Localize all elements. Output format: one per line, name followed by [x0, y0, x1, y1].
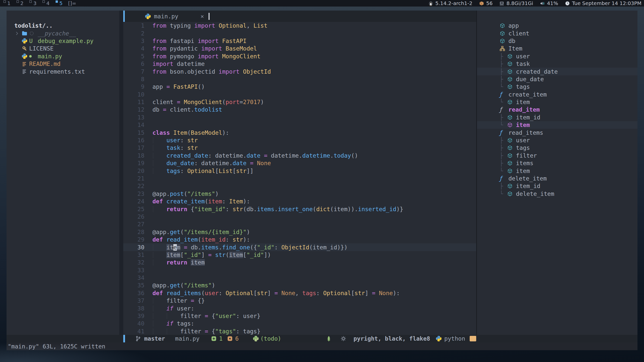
code-line-10[interactable]: 10: [123, 91, 476, 98]
code-text: db = client.todolist: [152, 106, 222, 113]
tab-main-py[interactable]: main.py ×: [145, 13, 204, 20]
code-line-9[interactable]: 9app = FastAPI(): [123, 83, 476, 90]
tree-item--pycache-[interactable]: __pycache__: [7, 29, 119, 37]
symbol-item_id[interactable]: ├item_id: [477, 182, 637, 190]
code-line-36[interactable]: 36def read_items(user: Optional[str] = N…: [123, 289, 476, 297]
symbol-Item[interactable]: Item: [477, 45, 637, 52]
symbol-tags[interactable]: ├tags: [477, 144, 637, 152]
code-line-6[interactable]: 6import datetime: [123, 60, 476, 68]
treesitter-icon: [326, 336, 332, 342]
panel-separator-left[interactable]: [119, 11, 123, 335]
terminal-cursor: [209, 13, 210, 20]
code-line-41[interactable]: 41 filter = {"tags": tags}: [123, 328, 476, 335]
symbol-item[interactable]: └item: [477, 167, 637, 174]
code-line-5[interactable]: 5from pymongo import MongoClient: [123, 53, 476, 60]
workspace-button-2[interactable]: 2: [17, 0, 24, 6]
code-area[interactable]: 1from typing import Optional, List23from…: [123, 22, 476, 335]
code-line-33[interactable]: 33: [123, 266, 476, 274]
code-line-34[interactable]: 34: [123, 274, 476, 282]
code-line-28[interactable]: 28@app.get("/items/{item_id}"): [123, 228, 476, 236]
code-line-1[interactable]: 1from typing import Optional, List: [123, 22, 476, 29]
code-line-25[interactable]: 25 return {"item_id": str(db.items.inser…: [123, 205, 476, 213]
code-line-2[interactable]: 2: [123, 29, 476, 37]
code-line-40[interactable]: 40 if tags:: [123, 320, 476, 327]
symbol-item[interactable]: └item: [477, 98, 637, 106]
tree-connector: └: [500, 191, 507, 197]
symbol-read_item[interactable]: ƒread_item: [477, 106, 637, 113]
line-number: 8: [123, 76, 152, 82]
code-line-27[interactable]: 27: [123, 220, 476, 228]
tab-close-icon[interactable]: ×: [200, 13, 204, 20]
symbol-app[interactable]: app: [477, 22, 637, 29]
code-line-21[interactable]: 21: [123, 175, 476, 182]
code-line-24[interactable]: 24def create_item(item: Item):: [123, 198, 476, 205]
code-line-23[interactable]: 23@app.post("/items"): [123, 190, 476, 198]
symbol-delete_item[interactable]: ƒdelete_item: [477, 175, 637, 182]
chevron-right-icon[interactable]: [14, 31, 22, 36]
code-line-32[interactable]: 32 return item: [123, 259, 476, 266]
cube-icon: [507, 138, 516, 143]
code-line-14[interactable]: 14: [123, 121, 476, 129]
tree-item-license[interactable]: LICENSE: [7, 45, 119, 52]
code-line-31[interactable]: 31 item["_id"] = str(item["_id"]): [123, 251, 476, 259]
symbol-created_date[interactable]: ├created_date: [477, 68, 637, 75]
git-added-icon: [211, 336, 217, 341]
symbol-user[interactable]: ├user: [477, 137, 637, 144]
line-number: 31: [123, 252, 152, 258]
code-line-13[interactable]: 13: [123, 114, 476, 121]
symbol-item[interactable]: └item: [477, 121, 637, 129]
code-line-38[interactable]: 38 if user:: [123, 304, 476, 312]
code-line-39[interactable]: 39 filter = {"user": user}: [123, 312, 476, 320]
symbol-task[interactable]: ├task: [477, 60, 637, 68]
code-line-30[interactable]: 30 item = db.items.find_one({"_id": Obje…: [123, 243, 476, 251]
code-line-8[interactable]: 8: [123, 75, 476, 83]
code-line-20[interactable]: 20 tags: Optional[List[str]]: [123, 167, 476, 174]
tree-item-debug-example-py[interactable]: Udebug_example.py: [7, 37, 119, 45]
file-tree-root[interactable]: todolist/..: [7, 22, 119, 29]
symbol-label: db: [508, 38, 515, 44]
editor-cursor: e: [173, 244, 177, 251]
line-number: 17: [123, 145, 152, 151]
code-line-37[interactable]: 37 filter = {}: [123, 297, 476, 304]
code-line-3[interactable]: 3from fastapi import FastAPI: [123, 37, 476, 45]
code-line-29[interactable]: 29def read_item(item_id: str):: [123, 236, 476, 243]
code-line-26[interactable]: 26: [123, 213, 476, 220]
symbol-due_date[interactable]: ├due_date: [477, 75, 637, 83]
code-line-15[interactable]: 15class Item(BaseModel):: [123, 129, 476, 136]
symbol-tags[interactable]: └tags: [477, 83, 637, 90]
symbols-outline-panel: appclientdbItem├user├task├created_date├d…: [477, 11, 637, 335]
workspace-button-3[interactable]: 3: [29, 0, 36, 6]
code-line-35[interactable]: 35@app.get("/items"): [123, 282, 476, 289]
tree-item-readme-md[interactable]: README.md: [7, 60, 119, 68]
workspace-button-1[interactable]: 1: [4, 0, 11, 6]
symbol-db[interactable]: db: [477, 37, 637, 45]
symbol-client[interactable]: client: [477, 29, 637, 37]
code-text: class Item(BaseModel):: [152, 129, 229, 136]
symbol-read_items[interactable]: ƒread_items: [477, 129, 637, 136]
symbol-delete_item[interactable]: └delete_item: [477, 190, 637, 198]
code-line-16[interactable]: 16 user: str: [123, 137, 476, 144]
code-line-19[interactable]: 19 due_date: datetime.date = None: [123, 159, 476, 167]
symbol-item_id[interactable]: ├item_id: [477, 114, 637, 121]
tree-item-main-py[interactable]: main.py: [7, 53, 119, 60]
code-line-22[interactable]: 22: [123, 182, 476, 190]
workspace-number: 1: [7, 0, 11, 6]
tree-item-requirements-txt[interactable]: requirements.txt: [7, 68, 119, 75]
code-line-7[interactable]: 7from bson.objectid import ObjectId: [123, 68, 476, 75]
line-number: 26: [123, 213, 152, 220]
code-line-18[interactable]: 18 created_date: datetime.date = datetim…: [123, 152, 476, 159]
symbol-filter[interactable]: ├filter: [477, 152, 637, 159]
symbol-create_item[interactable]: ƒcreate_item: [477, 91, 637, 98]
tree-connector: ├: [500, 183, 507, 189]
code-line-11[interactable]: 11client = MongoClient(port=27017): [123, 98, 476, 106]
editor-panel: main.py × 1from typing import Optional, …: [123, 11, 476, 335]
line-number: 15: [123, 129, 152, 136]
symbol-user[interactable]: ├user: [477, 53, 637, 60]
symbol-items[interactable]: ├items: [477, 159, 637, 167]
code-line-17[interactable]: 17 task: str: [123, 144, 476, 152]
code-line-4[interactable]: 4from pydantic import BaseModel: [123, 45, 476, 52]
code-line-12[interactable]: 12db = client.todolist: [123, 106, 476, 113]
tree-connector: └: [500, 99, 507, 105]
workspace-button-5[interactable]: 5: [56, 0, 63, 6]
workspace-button-4[interactable]: 4: [43, 0, 50, 6]
